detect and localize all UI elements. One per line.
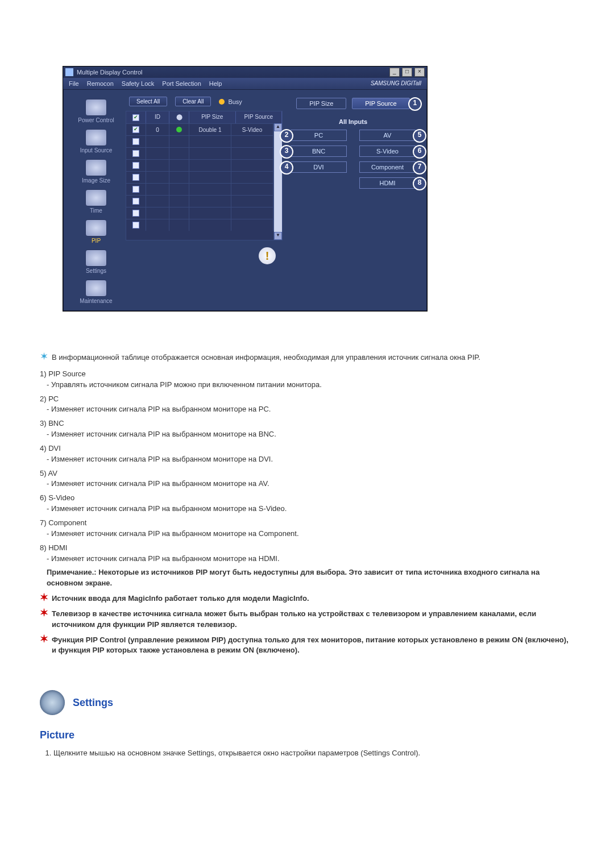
cell-pip-size: Double 1 [189,124,231,135]
cell-status [169,124,189,135]
cell-pip-source [231,148,273,159]
input-choice-hdmi[interactable]: HDMI8 [359,177,416,189]
busy-dot-icon [219,99,225,105]
doc-item: 4) DVI- Изменяет источник сигнала PIP на… [40,443,574,465]
status-bar: ! [126,240,283,271]
cell-pip-source [231,136,273,147]
table-row[interactable] [126,219,273,231]
doc-bullet-text: Источник ввода для MagicInfo работает то… [52,593,309,604]
row-checkbox[interactable] [132,126,139,133]
row-checkbox[interactable] [132,210,139,217]
cell-pip-size [189,196,231,207]
sidebar-item-pip[interactable]: PIP [72,218,120,245]
sidebar-item-label: Image Size [82,177,110,184]
scroll-down-icon[interactable]: ▼ [274,232,282,240]
menu-file[interactable]: File [69,80,79,87]
star-icon: ✶ [40,609,48,630]
select-all-button[interactable]: Select All [129,97,167,106]
callout-5: 5 [413,129,426,143]
choice-label: S-Video [376,148,399,155]
cell-status [169,196,189,207]
cell-pip-size [189,148,231,159]
busy-label: Busy [228,98,242,105]
gear-icon [40,690,65,715]
maximize-button[interactable]: □ [402,68,412,77]
doc-bullet: ✶Телевизор в качестве источника сигнала … [40,609,574,630]
doc-item-desc: - Изменяет источник сигнала PIP на выбра… [40,429,574,440]
settings-section-head: Settings [40,690,574,715]
menu-help[interactable]: Help [209,80,222,87]
sidebar-item-image-size[interactable]: Image Size [72,158,120,185]
window-title: Multiple Display Control [77,69,143,76]
star-icon: ✶ [40,635,48,657]
minimize-button[interactable]: _ [389,68,400,77]
callout-1: 1 [408,97,422,111]
power-icon [85,99,107,116]
sidebar-item-maintenance[interactable]: Maintenance [72,279,120,305]
input-choice-dvi[interactable]: DVI4 [291,161,347,173]
cell-pip-source [231,196,273,207]
sidebar: Power Control Input Source Image Size Ti… [69,94,123,305]
doc-item-desc: - Изменяет источник сигнала PIP на выбра… [40,504,574,514]
input-choice-bnc[interactable]: BNC3 [291,146,347,157]
cell-status [169,148,189,159]
app-icon [65,68,73,76]
input-choice-component[interactable]: Component7 [359,161,416,173]
row-checkbox[interactable] [132,150,139,157]
callout-6: 6 [413,145,426,159]
row-checkbox[interactable] [132,186,139,193]
doc-item: 6) S-Video- Изменяет источник сигнала PI… [40,493,574,514]
table-row[interactable]: 0Double 1S-Video [126,123,273,135]
row-checkbox[interactable] [132,222,139,229]
cell-id [146,196,169,207]
tab-pip-source[interactable]: PIP Source 1 [352,98,409,109]
star-icon: ✶ [40,352,48,360]
table-row[interactable] [126,159,273,171]
close-button[interactable]: × [414,68,425,77]
doc-item-title: 4) DVI [40,443,574,454]
menu-safety-lock[interactable]: Safety Lock [122,80,154,87]
menu-remocon[interactable]: Remocon [87,80,114,87]
cell-pip-source [231,172,273,183]
clear-all-button[interactable]: Clear All [175,97,211,106]
doc-item-desc: - Изменяет источник сигнала PIP на выбра… [40,554,574,564]
table-row[interactable] [126,135,273,147]
sidebar-item-settings[interactable]: Settings [72,248,120,275]
doc-bullet: ✶Источник ввода для MagicInfo работает т… [40,593,574,604]
choice-label: AV [384,132,392,139]
settings-icon [85,250,107,267]
tab-pip-size[interactable]: PIP Size [296,98,346,109]
table-row[interactable] [126,183,273,195]
cell-id: 0 [146,124,169,135]
scrollbar[interactable]: ▲ ▼ [273,123,282,240]
input-choice-pc[interactable]: PC2 [291,130,347,141]
input-choice-av[interactable]: AV5 [359,130,416,141]
cell-status [169,160,189,171]
header-check-icon[interactable] [132,114,139,121]
input-choice-s-video[interactable]: S-Video6 [359,146,416,157]
display-grid: ID ⬤ PIP Size PIP Source 0Double 1S-Vide… [126,111,283,240]
table-row[interactable] [126,207,273,219]
table-row[interactable] [126,195,273,207]
doc-item: 8) HDMI- Изменяет источник сигнала PIP н… [40,543,574,564]
sidebar-item-power-control[interactable]: Power Control [72,98,120,124]
table-row[interactable] [126,171,273,183]
busy-indicator: Busy [219,98,242,105]
cell-id [146,172,169,183]
brand-label: SAMSUNG DIGITall [371,80,421,87]
sidebar-item-time[interactable]: Time [72,188,120,215]
sidebar-item-input-source[interactable]: Input Source [72,128,120,155]
table-row[interactable] [126,147,273,159]
cell-id [146,219,169,231]
cell-pip-source [231,207,273,219]
row-checkbox[interactable] [132,174,139,181]
mdc-app-window: Multiple Display Control _ □ × File Remo… [63,66,428,312]
menu-port-selection[interactable]: Port Selection [162,80,201,87]
panel-title: All Inputs [285,118,421,125]
row-checkbox[interactable] [132,198,139,205]
status-lamp-icon [176,127,182,132]
row-checkbox[interactable] [132,162,139,169]
scroll-up-icon[interactable]: ▲ [274,123,282,131]
row-checkbox[interactable] [132,138,139,145]
doc-item-title: 6) S-Video [40,493,574,504]
